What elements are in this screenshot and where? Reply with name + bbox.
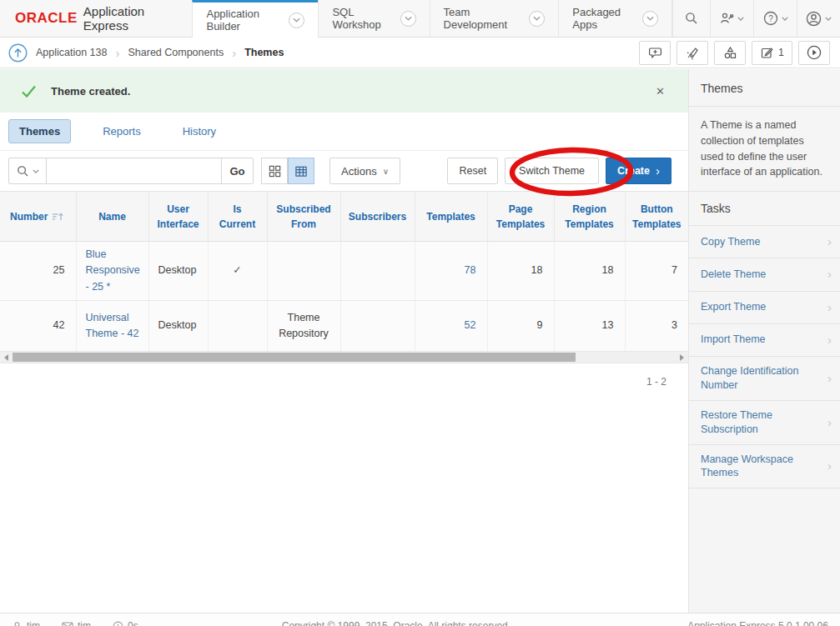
- templates-count-link[interactable]: 52: [415, 301, 487, 352]
- tasks-heading: Tasks: [689, 192, 840, 226]
- create-button[interactable]: Create ›: [606, 158, 671, 184]
- nav-tab-sql-workshop[interactable]: SQL Workshop: [318, 0, 429, 37]
- run-page-button[interactable]: [798, 41, 830, 65]
- task-delete-theme[interactable]: Delete Theme ›: [689, 258, 840, 291]
- task-change-identification-number[interactable]: Change Identification Number ›: [689, 357, 840, 401]
- success-banner: Theme created. ✕: [0, 69, 688, 113]
- chevron-down-icon[interactable]: [289, 13, 304, 28]
- user-avatar-icon[interactable]: [797, 0, 840, 37]
- scroll-right-arrow[interactable]: [676, 352, 688, 363]
- header-icons: ?: [672, 0, 840, 37]
- breadcrumb-separator: ›: [115, 46, 119, 60]
- column-header-name[interactable]: Name: [76, 192, 148, 242]
- task-copy-theme[interactable]: Copy Theme ›: [689, 226, 840, 258]
- chevron-right-icon: ›: [827, 458, 832, 474]
- search-icon[interactable]: [672, 0, 710, 37]
- scroll-left-arrow[interactable]: [0, 352, 13, 363]
- breadcrumb-bar: Application 138 › Shared Components › Th…: [0, 38, 840, 68]
- actions-menu-button[interactable]: Actions ∨: [329, 158, 400, 184]
- success-message: Theme created.: [51, 85, 130, 98]
- search-column-selector[interactable]: [8, 158, 47, 184]
- column-header-subscribed-from[interactable]: Subscribed From: [267, 192, 340, 242]
- administration-icon[interactable]: [710, 0, 753, 37]
- theme-roller-icon[interactable]: [677, 41, 708, 65]
- cell-button-templates: 7: [625, 242, 688, 301]
- cell-subscribers: [340, 242, 415, 301]
- actions-label: Actions: [341, 165, 377, 178]
- breadcrumb-application[interactable]: Application 138: [36, 47, 107, 58]
- nav-tab-team-development[interactable]: Team Development: [430, 0, 559, 37]
- main-region: Theme created. ✕ Themes Reports History …: [0, 69, 688, 613]
- scrollbar-track: [576, 352, 676, 363]
- oracle-brand: ORACLE: [15, 10, 78, 27]
- breadcrumb-separator: ›: [232, 46, 236, 60]
- breadcrumb-themes: Themes: [244, 47, 284, 58]
- horizontal-scrollbar[interactable]: [0, 352, 688, 363]
- edit-page-button[interactable]: 1: [752, 41, 792, 65]
- main-nav: Application Builder SQL Workshop Team De…: [192, 0, 672, 37]
- tab-history[interactable]: History: [173, 120, 226, 143]
- chevron-down-icon[interactable]: [400, 11, 416, 27]
- column-header-subscribers[interactable]: Subscribers: [340, 192, 415, 242]
- column-header-page-templates[interactable]: Page Templates: [487, 192, 554, 242]
- tab-reports[interactable]: Reports: [93, 120, 151, 143]
- scrollbar-thumb[interactable]: [13, 353, 576, 362]
- svg-text:?: ?: [768, 14, 773, 23]
- breadcrumb-shared-components[interactable]: Shared Components: [128, 47, 224, 58]
- report-view-button[interactable]: [288, 158, 314, 184]
- chevron-down-icon[interactable]: [642, 11, 658, 27]
- envelope-icon: [62, 622, 73, 626]
- feedback-button[interactable]: [639, 41, 671, 65]
- column-header-number[interactable]: Number: [0, 192, 76, 242]
- theme-name-link[interactable]: Blue Responsive - 25 *: [76, 242, 148, 301]
- column-header-templates[interactable]: Templates: [415, 192, 487, 242]
- task-restore-theme-subscription[interactable]: Restore Theme Subscription ›: [689, 401, 840, 445]
- chevron-down-icon[interactable]: [529, 11, 545, 27]
- chevron-down-icon: ∨: [383, 167, 389, 176]
- search-input[interactable]: [47, 158, 222, 184]
- column-header-user-interface[interactable]: User Interface: [148, 192, 208, 242]
- chevron-right-icon: ›: [827, 266, 832, 283]
- product-name: Application Express: [83, 4, 176, 33]
- switch-theme-button[interactable]: Switch Theme: [505, 158, 599, 184]
- column-header-region-templates[interactable]: Region Templates: [554, 192, 625, 242]
- sidebar-title: Themes: [689, 69, 840, 107]
- task-import-theme[interactable]: Import Theme ›: [689, 324, 840, 357]
- shared-components-icon[interactable]: [714, 41, 746, 65]
- content-area: Theme created. ✕ Themes Reports History …: [0, 69, 840, 613]
- go-button[interactable]: Go: [222, 158, 254, 184]
- is-current-check: ✓: [208, 242, 267, 301]
- task-manage-workspace-themes[interactable]: Manage Workspace Themes ›: [689, 445, 840, 489]
- nav-tab-label: Team Development: [444, 6, 523, 31]
- help-icon[interactable]: ?: [753, 0, 797, 37]
- task-label: Change Identification Number: [701, 364, 817, 393]
- task-label: Import Theme: [701, 333, 766, 347]
- nav-tab-application-builder[interactable]: Application Builder: [192, 0, 318, 38]
- column-header-button-templates[interactable]: Button Templates: [625, 192, 688, 242]
- cell-region-templates: 18: [554, 242, 625, 301]
- apex-themes-page: ORACLE Application Express Application B…: [0, 0, 840, 626]
- up-level-icon[interactable]: [8, 43, 28, 63]
- pagination-label: 1 - 2: [0, 363, 688, 400]
- close-icon[interactable]: ✕: [652, 82, 668, 101]
- sort-ascending-icon: [52, 212, 63, 222]
- theme-name-link[interactable]: Universal Theme - 42: [76, 301, 148, 352]
- clock-icon: [113, 621, 123, 626]
- chevron-right-icon: ›: [827, 233, 832, 250]
- footer-copyright: Copyright © 1999, 2015, Oracle. All righ…: [249, 620, 511, 626]
- task-export-theme[interactable]: Export Theme ›: [689, 292, 840, 324]
- reset-button[interactable]: Reset: [447, 158, 498, 184]
- themes-table: Number Name User Interface Is Current Su…: [0, 191, 688, 352]
- cell-page-templates: 9: [487, 301, 554, 352]
- column-header-is-current[interactable]: Is Current: [208, 192, 267, 242]
- cell-subscribed-from: [267, 242, 340, 301]
- cell-page-templates: 18: [487, 242, 554, 301]
- sidebar-description: A Theme is a named collection of templat…: [689, 107, 840, 192]
- icon-view-button[interactable]: [261, 158, 288, 184]
- cell-user-interface: Desktop: [148, 242, 208, 301]
- nav-tab-packaged-apps[interactable]: Packaged Apps: [558, 0, 672, 37]
- templates-count-link[interactable]: 78: [415, 242, 487, 301]
- cell-number: 42: [0, 301, 76, 352]
- tab-themes[interactable]: Themes: [8, 119, 71, 143]
- nav-tab-label: SQL Workshop: [332, 6, 393, 31]
